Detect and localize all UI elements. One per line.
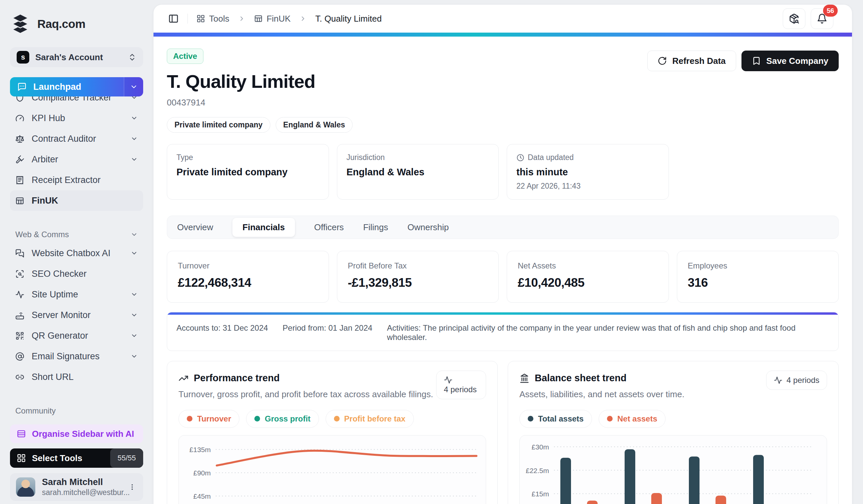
main-panel: Tools FinUK T. Quality Limited 56 Active… xyxy=(153,4,852,504)
save-company-button[interactable]: Save Company xyxy=(741,51,839,71)
tab-overview[interactable]: Overview xyxy=(177,218,213,237)
launchpad-button[interactable]: Launchpad xyxy=(10,77,143,96)
metric-value: 316 xyxy=(688,276,828,290)
sidebar-item-kpi-hub[interactable]: KPI Hub xyxy=(10,108,143,128)
legend-gross-profit: Gross profit xyxy=(246,410,318,428)
tab-financials[interactable]: Financials xyxy=(233,218,295,237)
package-search-icon xyxy=(789,13,799,24)
launchpad-expand-button[interactable] xyxy=(124,77,143,96)
user-email: sarah.mitchell@westbur... xyxy=(42,488,122,497)
router-icon xyxy=(15,311,24,320)
chevron-down-icon xyxy=(130,83,138,91)
data-updated-card: Data updated this minute 22 Apr 2026, 11… xyxy=(507,144,669,199)
legend-dot xyxy=(334,416,340,422)
at-sign-icon xyxy=(15,352,24,361)
legend-label: Profit before tax xyxy=(344,414,405,424)
performance-trend-card: Performance trend 4 periods Turnover, gr… xyxy=(167,361,498,504)
metric-label: Profit Before Tax xyxy=(348,261,488,270)
select-tools-button[interactable]: Select Tools 55/55 xyxy=(10,449,143,468)
legend-turnover: Turnover xyxy=(178,410,239,428)
kebab-menu-icon[interactable] xyxy=(128,483,137,491)
status-badge: Active xyxy=(167,49,203,64)
gauge-icon xyxy=(15,114,24,123)
account-name: Sarah's Account xyxy=(35,52,122,63)
chart-subtitle: Turnover, gross profit, and profit befor… xyxy=(178,388,438,401)
user-profile[interactable]: Sarah Mitchell sarah.mitchell@westbur... xyxy=(10,473,143,501)
metric-label: Net Assets xyxy=(518,261,658,270)
tab-bar: Overview Financials Officers Filings Own… xyxy=(167,216,839,239)
notifications-button[interactable]: 56 xyxy=(811,8,833,29)
sidebar-item-compliance-tracker[interactable]: Compliance Tracker xyxy=(10,96,143,108)
activity-icon xyxy=(15,290,24,299)
refresh-icon xyxy=(658,56,667,66)
chart-title: Balance sheet trend xyxy=(535,373,627,384)
chevron-right-icon xyxy=(299,15,307,22)
account-switcher[interactable]: s Sarah's Account xyxy=(10,47,143,67)
jurisdiction-card: Jurisdiction England & Wales xyxy=(337,144,499,199)
topbar: Tools FinUK T. Quality Limited 56 xyxy=(153,5,852,33)
svg-text:£15m: £15m xyxy=(531,490,549,498)
breadcrumb-finuk[interactable]: FinUK xyxy=(254,14,291,24)
activities: Activities: The principal activity of th… xyxy=(387,323,829,342)
web-comms-list: Website Chatbox AI SEO Checker Site Upti… xyxy=(10,243,143,387)
sidebar-item-contract-auditor[interactable]: Contract Auditor xyxy=(10,128,143,149)
sidebar-item-email-signatures[interactable]: Email Signatures xyxy=(10,346,143,366)
chart-subtitle: Assets, liabilities, and net assets over… xyxy=(520,388,779,401)
sidebar-item-arbiter[interactable]: Arbiter xyxy=(10,149,143,170)
info-value: Private limited company xyxy=(176,167,319,178)
user-name: Sarah Mitchell xyxy=(42,477,122,487)
package-search-button[interactable] xyxy=(783,8,805,29)
accounts-summary-bar: Accounts to: 31 Dec 2024 Period from: 01… xyxy=(167,312,839,351)
chevrons-up-down-icon xyxy=(128,53,137,62)
page-title: T. Quality Limited xyxy=(167,70,647,92)
company-info-cards: Type Private limited company Jurisdictio… xyxy=(167,144,839,199)
receipt-icon xyxy=(15,176,24,185)
sidebar-item-receipt-extractor[interactable]: Receipt Extractor xyxy=(10,170,143,190)
section-web-comms[interactable]: Web & Comms xyxy=(10,230,143,240)
gavel-icon xyxy=(15,155,24,164)
svg-text:£135m: £135m xyxy=(189,446,211,453)
breadcrumb-tools[interactable]: Tools xyxy=(197,14,229,24)
sidebar: Raq.com s Sarah's Account Launchpad Comp… xyxy=(0,0,153,504)
panel-left-toggle-icon[interactable] xyxy=(168,13,179,24)
balance-sheet-bar-chart: £30m£22.5m£15m£7.5m xyxy=(520,435,827,504)
grid-icon xyxy=(17,453,26,463)
refresh-data-button[interactable]: Refresh Data xyxy=(647,51,736,71)
sidebar-item-website-chatbox-ai[interactable]: Website Chatbox AI xyxy=(10,243,143,263)
sidebar-item-server-monitor[interactable]: Server Monitor xyxy=(10,305,143,325)
tool-nav-list: Compliance Tracker KPI Hub Contract Audi… xyxy=(10,96,143,211)
sidebar-item-short-url[interactable]: Short URL xyxy=(10,366,143,387)
legend-profit-before-tax: Profit before tax xyxy=(326,410,414,428)
layers-logo-icon xyxy=(10,13,30,35)
pulse-icon xyxy=(774,376,783,385)
chevron-down-icon xyxy=(130,96,138,101)
select-tools-label: Select Tools xyxy=(32,453,104,463)
chevron-down-icon xyxy=(130,156,138,163)
sidebar-item-finuk[interactable]: FinUK xyxy=(10,190,143,211)
breadcrumb-current: T. Quality Limited xyxy=(315,14,382,24)
sidebar-item-seo-checker[interactable]: SEO Checker xyxy=(10,263,143,284)
sidebar-item-label: KPI Hub xyxy=(32,113,65,124)
divider xyxy=(187,14,188,24)
tab-filings[interactable]: Filings xyxy=(363,218,388,237)
breadcrumb-label: FinUK xyxy=(267,14,291,24)
legend-label: Net assets xyxy=(617,414,657,424)
tab-ownership[interactable]: Ownership xyxy=(408,218,449,237)
info-timestamp: 22 Apr 2026, 11:43 xyxy=(516,182,659,191)
svg-text:£30m: £30m xyxy=(531,443,549,451)
section-title: Web & Comms xyxy=(15,230,69,239)
info-value: this minute xyxy=(516,167,659,178)
tab-officers[interactable]: Officers xyxy=(314,218,344,237)
sidebar-item-site-uptime[interactable]: Site Uptime xyxy=(10,284,143,305)
legend-dot xyxy=(528,416,534,422)
info-value: England & Wales xyxy=(347,167,489,178)
chevron-down-icon xyxy=(130,291,138,298)
sidebar-item-qr-generator[interactable]: QR Generator xyxy=(10,325,143,346)
organise-sidebar-button[interactable]: Organise Sidebar with AI xyxy=(10,425,143,443)
chevron-down-icon xyxy=(130,311,138,319)
chevron-down-icon xyxy=(130,231,138,238)
chevron-down-icon xyxy=(130,135,138,142)
legend-label: Total assets xyxy=(538,414,584,424)
rows-icon xyxy=(17,429,26,438)
performance-legend: Turnover Gross profit Profit before tax xyxy=(178,410,486,428)
